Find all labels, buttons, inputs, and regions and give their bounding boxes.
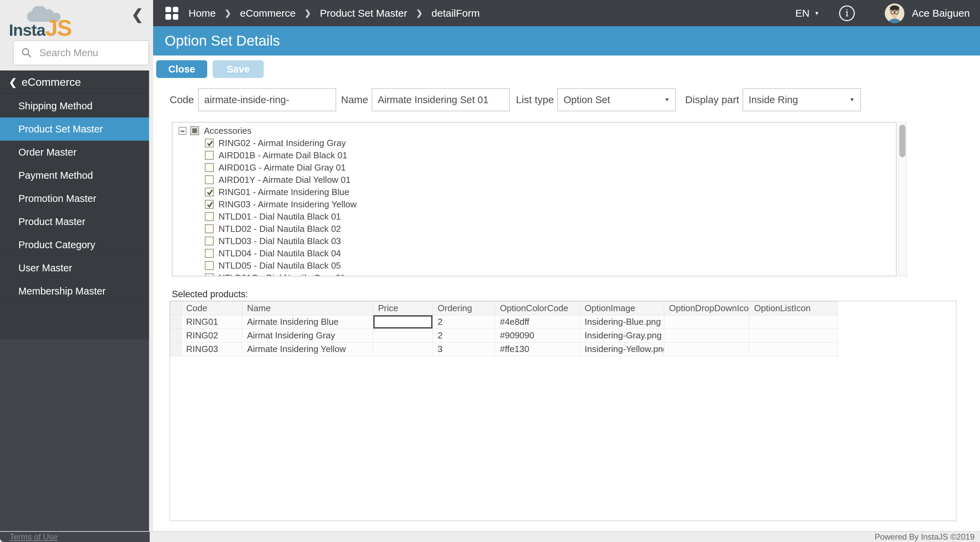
checkbox-checked-icon[interactable] <box>205 139 214 147</box>
table-cell[interactable]: 3 <box>433 343 495 356</box>
table-cell[interactable] <box>749 315 838 329</box>
checkbox-unchecked-icon[interactable] <box>205 249 214 258</box>
column-header-optioncolorcode[interactable]: OptionColorCode <box>495 302 580 315</box>
display-part-select[interactable]: Inside Ring ▼ <box>743 88 861 111</box>
sidebar-item-shipping-method[interactable]: Shipping Method <box>0 94 149 118</box>
tree-item[interactable]: AIRD01B - Airmate Dail Black 01 <box>179 149 896 161</box>
checkbox-checked-icon[interactable] <box>205 188 214 196</box>
collapse-node-icon[interactable] <box>179 127 186 135</box>
table-cell[interactable]: #4e8dff <box>495 315 580 329</box>
checkbox-indeterminate-icon[interactable] <box>190 126 199 135</box>
sidebar-item-product-master[interactable]: Product Master <box>0 210 149 233</box>
table-cell[interactable]: Airmat Insidering Gray <box>242 329 373 343</box>
breadcrumb-item-detailform[interactable]: detailForm <box>431 8 480 19</box>
table-cell[interactable] <box>373 343 433 356</box>
sidebar-item-user-master[interactable]: User Master <box>0 257 149 279</box>
checkbox-unchecked-icon[interactable] <box>205 261 214 270</box>
tree-item-label: NTLD02 - Dial Nautila Black 02 <box>218 224 341 234</box>
tree-item[interactable]: NTLD05 - Dial Nautila Black 05 <box>179 260 896 272</box>
column-header-optionlisticon[interactable]: OptionListIcon <box>749 302 838 315</box>
tree-scrollbar[interactable] <box>898 122 907 276</box>
table-cell[interactable]: Airmate Insidering Yellow <box>242 343 373 356</box>
list-type-select[interactable]: Option Set ▼ <box>557 88 676 111</box>
tree-item[interactable]: NTLD02 - Dial Nautila Black 02 <box>179 223 896 235</box>
close-button[interactable]: Close <box>156 60 207 78</box>
chevron-right-icon: ❯ <box>224 8 231 18</box>
apps-grid-icon[interactable] <box>165 7 178 20</box>
table-cell[interactable] <box>664 343 749 356</box>
tree-item[interactable]: AIRD01Y - Airmate Dial Yellow 01 <box>179 174 896 186</box>
sidebar-item-payment-method[interactable]: Payment Method <box>0 164 149 187</box>
sidebar-section-ecommerce[interactable]: ❮ eCommerce <box>0 70 149 94</box>
sidebar-item-product-set-master[interactable]: Product Set Master <box>0 118 149 140</box>
column-header-code[interactable]: Code <box>181 302 242 315</box>
sidebar-item-product-category[interactable]: Product Category <box>0 233 149 257</box>
code-label: Code <box>153 88 194 111</box>
column-header-ordering[interactable]: Ordering <box>433 302 495 315</box>
avatar[interactable] <box>885 3 904 23</box>
search-input[interactable]: Search Menu <box>13 40 149 65</box>
checkbox-unchecked-icon[interactable] <box>205 151 214 160</box>
column-header-optiondropdownicon[interactable]: OptionDropDownIcon <box>664 302 749 315</box>
logo-insta-text: Insta <box>9 21 45 39</box>
checkbox-unchecked-icon[interactable] <box>205 224 214 233</box>
table-cell[interactable]: #909090 <box>495 329 580 343</box>
column-header-price[interactable]: Price <box>373 302 433 315</box>
tree-item[interactable]: RING03 - Airmate Insidering Yellow <box>179 198 896 210</box>
table-cell[interactable]: RING01 <box>181 315 242 329</box>
column-header-optionimage[interactable]: OptionImage <box>580 302 664 315</box>
tree-item-label: RING02 - Airmat Insidering Gray <box>218 138 346 148</box>
table-cell[interactable]: Insidering-Blue.png <box>580 315 664 329</box>
tree-scrollbar-thumb[interactable] <box>899 124 905 157</box>
table-cell[interactable] <box>373 329 433 343</box>
checkbox-unchecked-icon[interactable] <box>205 163 214 172</box>
table-cell[interactable] <box>749 329 838 343</box>
table-cell[interactable]: #ffe130 <box>495 343 580 356</box>
column-header-name[interactable]: Name <box>242 302 373 315</box>
sidebar-section-label: eCommerce <box>21 76 81 89</box>
language-selector[interactable]: EN <box>795 8 810 19</box>
table-cell[interactable] <box>664 329 749 343</box>
sidebar-item-promotion-master[interactable]: Promotion Master <box>0 187 149 210</box>
row-selector-cell[interactable] <box>170 315 181 329</box>
tree-item[interactable]: NTLD04 - Dial Nautila Black 04 <box>179 247 896 260</box>
table-cell[interactable]: Airmate Insidering Blue <box>242 315 373 329</box>
breadcrumb-item-product-set-master[interactable]: Product Set Master <box>320 8 407 19</box>
tree-item[interactable]: NTLD01G - Dial Nautila Gray 01 <box>179 272 896 276</box>
tree-item[interactable]: NTLD03 - Dial Nautila Black 03 <box>179 235 896 247</box>
checkbox-checked-icon[interactable] <box>205 200 214 209</box>
chevron-down-icon[interactable]: ▼ <box>814 10 819 16</box>
checkbox-unchecked-icon[interactable] <box>205 212 214 221</box>
checkbox-unchecked-icon[interactable] <box>205 273 214 276</box>
breadcrumb-item-home[interactable]: Home <box>189 8 216 19</box>
checkbox-unchecked-icon[interactable] <box>205 237 214 245</box>
table-cell[interactable] <box>373 315 433 329</box>
save-button[interactable]: Save <box>213 60 264 78</box>
checkbox-unchecked-icon[interactable] <box>205 175 214 184</box>
table-cell[interactable]: 2 <box>433 315 495 329</box>
sidebar-collapse-icon[interactable]: ❮ <box>131 6 143 23</box>
breadcrumb: Home❯eCommerce❯Product Set Master❯detail… <box>189 8 480 19</box>
breadcrumb-item-ecommerce[interactable]: eCommerce <box>240 8 295 19</box>
info-icon[interactable]: i <box>839 5 855 21</box>
terms-of-use-link[interactable]: Terms of Use <box>10 532 57 542</box>
table-cell[interactable]: RING02 <box>181 329 242 343</box>
table-cell[interactable]: RING03 <box>181 343 242 356</box>
tree-item[interactable]: NTLD01 - Dial Nautila Black 01 <box>179 210 896 223</box>
tree-item[interactable]: RING02 - Airmat Insidering Gray <box>179 137 896 149</box>
table-cell[interactable]: Insidering-Gray.png <box>580 329 664 343</box>
page-title: Option Set Details <box>165 33 280 49</box>
sidebar-item-order-master[interactable]: Order Master <box>0 140 149 164</box>
table-cell[interactable]: 2 <box>433 329 495 343</box>
tree-item-label: NTLD03 - Dial Nautila Black 03 <box>218 236 341 247</box>
tree-item[interactable]: AIRD01G - Airmate Dial Gray 01 <box>179 161 896 174</box>
table-cell[interactable] <box>664 315 749 329</box>
tree-item[interactable]: RING01 - Airmate Insidering Blue <box>179 186 896 198</box>
tree-root-row[interactable]: Accessories <box>179 124 896 137</box>
table-cell[interactable] <box>749 343 838 356</box>
sidebar-item-membership-master[interactable]: Membership Master <box>0 279 149 303</box>
name-field[interactable]: Airmate Insidering Set 01 <box>372 88 510 111</box>
table-cell[interactable]: Insidering-Yellow.png <box>580 343 664 356</box>
row-selector-cell[interactable] <box>170 343 181 356</box>
row-selector-cell[interactable] <box>170 329 181 343</box>
